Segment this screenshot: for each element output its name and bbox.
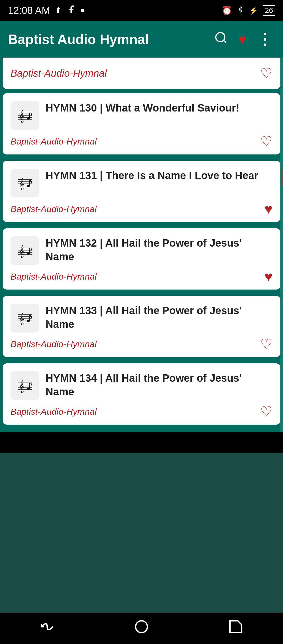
hymn-footer-131: Baptist-Audio-Hymnal ♥ (10, 201, 273, 217)
hymn-card-130-header: 𝄞 HYMN 130 | What a Wonderful Saviour! (10, 101, 273, 130)
partial-card[interactable]: Baptist-Audio-Hymnal ♡ (3, 58, 280, 89)
status-bar: 12:08 AM ⬆ ⏰ ⚡ 26 (0, 0, 283, 21)
hymn-title-133: HYMN 133 | All Hail the Power of Jesus' … (46, 304, 273, 331)
favorite-button-132[interactable]: ♥ (264, 269, 273, 284)
svg-text:𝄞: 𝄞 (19, 110, 25, 123)
scrollbar-thumb[interactable] (281, 170, 282, 186)
hymn-card-131[interactable]: 𝄞 HYMN 131 | There Is a Name I Love to H… (3, 161, 280, 222)
hymn-title-134: HYMN 134 | All Hail the Power of Jesus' … (46, 371, 273, 398)
favorites-button[interactable]: ♥ (236, 29, 249, 50)
svg-line-1 (224, 40, 226, 43)
hymn-info-132: HYMN 132 | All Hail the Power of Jesus' … (46, 236, 273, 263)
hymn-card-134[interactable]: 𝄞 HYMN 134 | All Hail the Power of Jesus… (3, 363, 280, 425)
upload-icon: ⬆ (55, 5, 62, 15)
charging-icon: ⚡ (249, 6, 258, 15)
partial-card-author: Baptist-Audio-Hymnal (10, 68, 107, 79)
hymn-card-130[interactable]: 𝄞 HYMN 130 | What a Wonderful Saviour! B… (3, 93, 280, 154)
hymn-info-130: HYMN 130 | What a Wonderful Saviour! (46, 101, 273, 115)
hymn-footer-130: Baptist-Audio-Hymnal ♡ (10, 134, 273, 149)
hymn-author-133: Baptist-Audio-Hymnal (10, 339, 97, 349)
hymn-footer-134: Baptist-Audio-Hymnal ♡ (10, 404, 273, 419)
content-area: Baptist-Audio-Hymnal ♡ 𝄞 (0, 58, 283, 432)
svg-point-42 (136, 621, 148, 633)
hymn-title-132: HYMN 132 | All Hail the Power of Jesus' … (46, 236, 273, 263)
hymn-info-131: HYMN 131 | There Is a Name I Love to Hea… (46, 169, 273, 182)
more-options-button[interactable]: ⋮ (254, 27, 275, 51)
svg-text:𝄞: 𝄞 (19, 313, 25, 325)
facebook-icon (67, 5, 76, 16)
hymn-card-132[interactable]: 𝄞 HYMN 132 | All Hail the Power of Jesus… (3, 228, 280, 290)
search-button[interactable] (211, 28, 230, 50)
music-icon-box-131: 𝄞 (10, 169, 39, 197)
partial-card-heart-icon[interactable]: ♡ (260, 65, 273, 81)
favorite-button-131[interactable]: ♥ (264, 201, 273, 217)
hymn-author-134: Baptist-Audio-Hymnal (10, 407, 97, 417)
status-bar-right: ⏰ ⚡ 26 (222, 5, 275, 16)
hymn-info-133: HYMN 133 | All Hail the Power of Jesus' … (46, 304, 273, 331)
notification-dot (81, 9, 84, 12)
music-icon-box-130: 𝄞 (10, 101, 39, 130)
music-icon-box-133: 𝄞 (10, 304, 39, 332)
hymn-card-134-header: 𝄞 HYMN 134 | All Hail the Power of Jesus… (10, 371, 273, 400)
hymn-footer-132: Baptist-Audio-Hymnal ♥ (10, 269, 273, 284)
hymn-card-131-header: 𝄞 HYMN 131 | There Is a Name I Love to H… (10, 169, 273, 197)
favorite-button-134[interactable]: ♡ (260, 404, 273, 419)
hymn-author-131: Baptist-Audio-Hymnal (10, 204, 97, 214)
app-bar: Baptist Audio Hymnal ♥ ⋮ (0, 21, 283, 58)
favorite-button-133[interactable]: ♡ (260, 336, 273, 352)
hymn-card-132-header: 𝄞 HYMN 132 | All Hail the Power of Jesus… (10, 236, 273, 265)
hymn-card-133-header: 𝄞 HYMN 133 | All Hail the Power of Jesus… (10, 304, 273, 332)
hymn-footer-133: Baptist-Audio-Hymnal ♡ (10, 336, 273, 352)
status-bar-left: 12:08 AM ⬆ (8, 5, 84, 16)
hymn-info-134: HYMN 134 | All Hail the Power of Jesus' … (46, 371, 273, 398)
bluetooth-icon (237, 5, 244, 16)
status-time: 12:08 AM (8, 5, 50, 16)
hymn-author-130: Baptist-Audio-Hymnal (10, 136, 97, 147)
hymn-title-131: HYMN 131 | There Is a Name I Love to Hea… (46, 169, 273, 182)
alarm-icon: ⏰ (222, 5, 232, 15)
battery-indicator: 26 (263, 5, 275, 16)
favorite-button-130[interactable]: ♡ (260, 134, 273, 149)
nav-bar (0, 613, 283, 644)
music-icon-box-132: 𝄞 (10, 236, 39, 265)
hymn-author-132: Baptist-Audio-Hymnal (10, 271, 97, 282)
back-button[interactable] (39, 619, 55, 638)
svg-text:𝄞: 𝄞 (19, 245, 25, 258)
home-button[interactable] (134, 619, 149, 638)
svg-text:𝄞: 𝄞 (19, 178, 25, 190)
recent-apps-button[interactable] (228, 619, 244, 638)
svg-text:𝄞: 𝄞 (19, 380, 25, 393)
music-icon-box-134: 𝄞 (10, 371, 39, 400)
scrollbar-track (280, 58, 283, 432)
bottom-background (0, 453, 283, 613)
hymn-title-130: HYMN 130 | What a Wonderful Saviour! (46, 101, 273, 115)
hymn-card-133[interactable]: 𝄞 HYMN 133 | All Hail the Power of Jesus… (3, 296, 280, 357)
app-title: Baptist Audio Hymnal (8, 31, 206, 47)
svg-point-0 (216, 33, 225, 42)
